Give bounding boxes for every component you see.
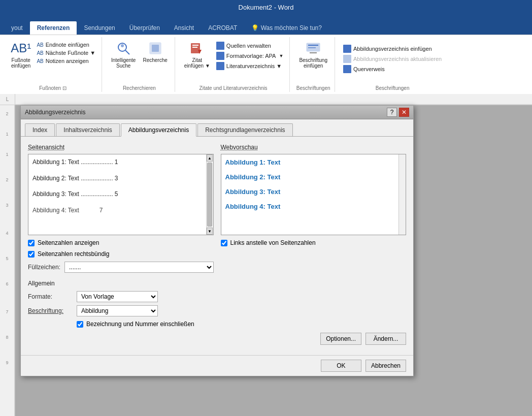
svg-text:1: 1 bbox=[6, 132, 8, 137]
zitate-items: Zitateinfügen ▼ Quellen verwalten Format… bbox=[182, 39, 285, 90]
tab-inhaltsverzeichnis[interactable]: Inhaltsverzeichnis bbox=[56, 123, 119, 136]
dialog-footer: OK Abbrechen bbox=[21, 355, 413, 376]
rechtsbuendig-checkbox[interactable] bbox=[28, 251, 35, 258]
dialog-mid-buttons: Optionen... Ändern... bbox=[28, 333, 406, 345]
formatvorlage-icon bbox=[216, 52, 224, 60]
formate-label: Formate: bbox=[28, 293, 74, 300]
fussnote-small-btns: AB Endnote einfügen AB Nächste Fußnote ▼… bbox=[36, 41, 96, 65]
formatvorlage-btn[interactable]: Formatvorlage: APA ▼ bbox=[215, 51, 285, 60]
scroll-down-btn[interactable]: ▼ bbox=[207, 228, 213, 235]
preview-item-3: Abbildung 3: Text ................... 5 bbox=[32, 190, 203, 199]
ruler-corner: L bbox=[0, 94, 15, 105]
tab-ansicht[interactable]: Ansicht bbox=[167, 21, 201, 35]
tab-acrobat[interactable]: ACROBAT bbox=[201, 21, 244, 35]
notizen-anzeigen-btn[interactable]: AB Notizen anzeigen bbox=[36, 57, 96, 65]
svg-rect-7 bbox=[192, 47, 197, 48]
links-label: Links anstelle von Seitenzahlen bbox=[230, 239, 316, 246]
beschriftung-select[interactable]: Abbildung Tabelle Gleichung bbox=[77, 305, 158, 316]
tab-ueberpruefen[interactable]: Überprüfen bbox=[122, 21, 167, 35]
literatur-icon bbox=[216, 62, 224, 70]
col-left: Seitenansicht Abbildung 1: Text ........… bbox=[28, 144, 214, 273]
tab-rechtsgrundlagenverzeichnis[interactable]: Rechtsgrundlagenverzeichnis bbox=[197, 123, 292, 136]
dialog-abbildungsverzeichnis: Abbildungsverzeichnis ? ✕ Index Inhaltsv… bbox=[20, 105, 414, 376]
seitenzahlen-checkbox[interactable] bbox=[28, 240, 35, 246]
fuellzeichen-row: Füllzeichen: ....... ------- _______ (ke… bbox=[28, 262, 214, 273]
dialog-overlay: Abbildungsverzeichnis ? ✕ Index Inhaltsv… bbox=[15, 105, 532, 416]
webvorschau-preview: Abbildung 1: Text Abbildung 2: Text Abbi… bbox=[221, 154, 407, 235]
preview-item-1: Abbildung 1: Text ................... 1 bbox=[32, 158, 203, 167]
tab-index[interactable]: Index bbox=[25, 123, 55, 136]
intelligente-suche-btn[interactable]: IntelligenteSuche bbox=[109, 39, 138, 70]
querverweis-icon bbox=[343, 65, 351, 73]
svg-rect-6 bbox=[192, 45, 198, 46]
dialog-help-button[interactable]: ? bbox=[387, 108, 397, 117]
recherche-btn[interactable]: Recherche bbox=[141, 39, 169, 64]
beschriftung-row: Beschriftung: Abbildung Tabelle Gleichun… bbox=[28, 305, 406, 316]
tab-layout[interactable]: yout bbox=[4, 21, 30, 35]
zitat-label: Zitateinfügen ▼ bbox=[184, 57, 210, 69]
bezeichnung-check-row: Bezeichnung und Nummer einschließen bbox=[77, 321, 406, 328]
web-item-4: Abbildung 4: Text bbox=[225, 203, 396, 210]
querverweis-btn[interactable]: Querverweis bbox=[342, 65, 443, 74]
tab-help[interactable]: 💡 Was möchten Sie tun? bbox=[244, 21, 329, 35]
svg-rect-4 bbox=[152, 45, 159, 52]
quellen-verwalten-btn[interactable]: Quellen verwalten bbox=[215, 41, 285, 50]
svg-rect-11 bbox=[308, 47, 316, 48]
beschriftungen-group-label: Beschriftungen bbox=[296, 85, 330, 91]
tab-abbildungsverzeichnis[interactable]: Abbildungsverzeichnis bbox=[121, 123, 196, 137]
scroll-thumb[interactable] bbox=[207, 163, 212, 227]
fussnote-icon: AB¹ bbox=[13, 40, 29, 56]
endnote-btn[interactable]: AB Endnote einfügen bbox=[36, 41, 96, 48]
beschriftung-icon bbox=[305, 40, 321, 56]
web-item-1: Abbildung 1: Text bbox=[225, 158, 396, 166]
optionen-button[interactable]: Optionen... bbox=[320, 333, 361, 345]
beschriftungen-items: Beschriftungeinfügen bbox=[297, 39, 329, 90]
formate-row: Formate: Von Vorlage Klassisch Elegant F… bbox=[28, 291, 406, 302]
ok-button[interactable]: OK bbox=[321, 360, 361, 372]
abbildungsverzeichnis-einfuegen-btn[interactable]: Abbildungsverzeichnis einfügen bbox=[342, 44, 443, 53]
bezeichnung-checkbox[interactable] bbox=[77, 321, 83, 328]
svg-text:2: 2 bbox=[6, 111, 8, 116]
quellen-icon bbox=[216, 42, 224, 50]
ribbon: yout Referenzen Sendungen Überprüfen Ans… bbox=[0, 15, 532, 94]
svg-text:6: 6 bbox=[6, 281, 8, 286]
dialog-controls: ? ✕ bbox=[387, 108, 409, 117]
ribbon-group-beschriftungen: Beschriftungeinfügen Beschriftungen bbox=[292, 37, 335, 92]
fuellzeichen-select[interactable]: ....... ------- _______ (keine) bbox=[64, 262, 213, 273]
zitat-einfuegen-btn[interactable]: Zitateinfügen ▼ bbox=[182, 39, 212, 70]
tab-sendungen[interactable]: Sendungen bbox=[77, 21, 122, 35]
seitenzahlen-label: Seitenzahlen anzeigen bbox=[38, 239, 99, 246]
formate-select[interactable]: Von Vorlage Klassisch Elegant Formal Mod… bbox=[77, 291, 158, 302]
document-content: Abbildungsverzeichnis ? ✕ Index Inhaltsv… bbox=[15, 105, 532, 416]
aendern-button[interactable]: Ändern... bbox=[365, 333, 406, 345]
ribbon-tabs: yout Referenzen Sendungen Überprüfen Ans… bbox=[0, 15, 532, 35]
svg-text:8: 8 bbox=[6, 335, 8, 340]
tab-referenzen[interactable]: Referenzen bbox=[30, 21, 77, 35]
seitenansicht-label: Seitenansicht bbox=[28, 144, 214, 151]
web-item-2: Abbildung 2: Text bbox=[225, 173, 396, 181]
scroll-up-btn[interactable]: ▲ bbox=[207, 154, 213, 162]
recherchieren-items: IntelligenteSuche Recherche bbox=[109, 39, 170, 90]
svg-text:9: 9 bbox=[6, 360, 8, 365]
abbildungsverzeichnis-aktualisieren-btn[interactable]: Abbildungsverzeichnis aktualisieren bbox=[342, 54, 443, 63]
svg-text:1: 1 bbox=[6, 152, 8, 157]
fussnote-einfuegen-button[interactable]: AB¹ Fußnoteeinfügen bbox=[9, 39, 32, 70]
svg-rect-12 bbox=[310, 52, 317, 53]
beschriftung-btn[interactable]: Beschriftungeinfügen bbox=[297, 39, 329, 70]
links-checkbox[interactable] bbox=[221, 240, 227, 246]
preview-item-4: Abbildung 4: Text 7 bbox=[32, 207, 203, 215]
dialog-two-col: Seitenansicht Abbildung 1: Text ........… bbox=[28, 144, 406, 273]
dialog-close-button[interactable]: ✕ bbox=[399, 108, 409, 117]
fussnote-label: Fußnoteeinfügen bbox=[11, 57, 30, 69]
ribbon-group-verzeichnisse: Abbildungsverzeichnis einfügen Abbildung… bbox=[337, 37, 448, 92]
literaturverzeichnis-btn[interactable]: Literaturverzeichnis ▼ bbox=[215, 61, 285, 71]
svg-text:3: 3 bbox=[6, 203, 8, 208]
ribbon-group-recherchieren: IntelligenteSuche Recherche Recherchiere… bbox=[104, 37, 175, 92]
rechtsbuendig-label: Seitenzahlen rechtsbündig bbox=[38, 250, 109, 258]
ruler-area: L bbox=[0, 94, 532, 105]
naechste-fussnote-btn[interactable]: AB Nächste Fußnote ▼ bbox=[36, 49, 96, 56]
recherche-label: Recherche bbox=[143, 57, 167, 63]
rechtsbuendig-check-row: Seitenzahlen rechtsbündig bbox=[28, 250, 214, 258]
abbrechen-button[interactable]: Abbrechen bbox=[365, 360, 406, 372]
title-bar: Dokument2 - Word bbox=[0, 0, 532, 15]
